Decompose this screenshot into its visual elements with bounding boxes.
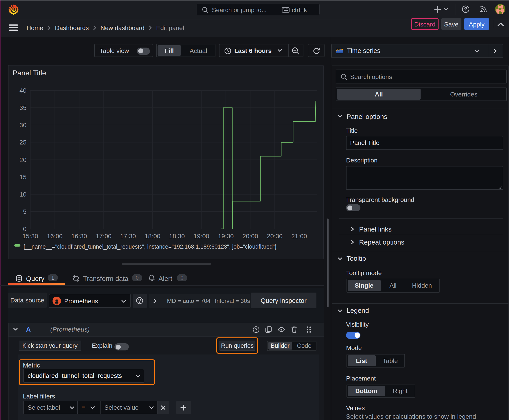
svg-text:40: 40 — [20, 87, 26, 94]
svg-text:10: 10 — [20, 191, 26, 198]
svg-text:{__name__="cloudflared_tunnel_: {__name__="cloudflared_tunnel_total_requ… — [23, 243, 276, 250]
svg-text:21:00: 21:00 — [291, 233, 307, 240]
svg-text:25: 25 — [20, 139, 26, 146]
svg-text:19:00: 19:00 — [193, 233, 209, 240]
svg-text:15: 15 — [20, 174, 26, 181]
svg-text:5: 5 — [23, 208, 26, 215]
svg-text:18:00: 18:00 — [145, 233, 160, 240]
svg-text:20:30: 20:30 — [267, 233, 282, 240]
svg-text:16:30: 16:30 — [71, 233, 87, 240]
svg-text:35: 35 — [20, 104, 26, 111]
svg-text:0: 0 — [23, 225, 26, 232]
svg-text:19:30: 19:30 — [218, 233, 234, 240]
svg-text:30: 30 — [20, 122, 26, 128]
svg-text:17:30: 17:30 — [120, 233, 136, 240]
svg-text:15:30: 15:30 — [23, 233, 38, 240]
svg-text:18:30: 18:30 — [169, 233, 185, 240]
svg-text:20: 20 — [20, 156, 26, 163]
svg-text:17:00: 17:00 — [96, 233, 112, 240]
svg-text:16:00: 16:00 — [47, 233, 63, 240]
svg-text:20:00: 20:00 — [242, 233, 258, 240]
